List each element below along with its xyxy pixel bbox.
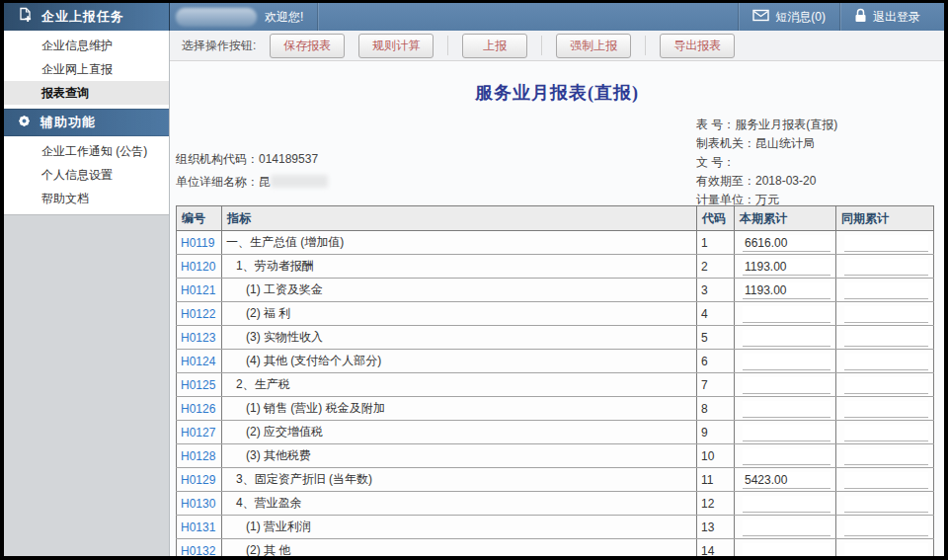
current-period-input[interactable]	[743, 377, 830, 394]
row-indicator: 2、生产税	[222, 373, 697, 397]
sidebar-item-help-docs[interactable]: 帮助文档	[4, 187, 169, 210]
same-period-input[interactable]	[844, 282, 928, 299]
row-indicator: 3、固定资产折旧 (当年数)	[222, 468, 697, 492]
table-row: H0124 (4) 其他 (支付给个人部分) 6	[177, 350, 934, 373]
save-report-button[interactable]: 保存报表	[270, 34, 345, 58]
row-code-link[interactable]: H0127	[181, 426, 215, 440]
current-period-input[interactable]	[743, 235, 830, 252]
app-window: 企业上报任务 欢迎您! 短消息(0)	[4, 3, 944, 556]
toolbar-divider	[447, 36, 448, 55]
row-code-link[interactable]: H0120	[181, 260, 215, 274]
row-seq: 9	[697, 421, 735, 444]
row-code-link[interactable]: H0125	[181, 378, 215, 392]
header-seq: 代码	[697, 206, 735, 231]
sidebar-item-work-notice[interactable]: 企业工作通知 (公告)	[4, 139, 169, 163]
same-period-input[interactable]	[844, 306, 928, 323]
current-period-input[interactable]	[743, 520, 830, 536]
row-indicator: 4、营业盈余	[222, 492, 697, 516]
current-period-input[interactable]	[743, 401, 830, 418]
table-row: H0130 4、营业盈余 12	[177, 492, 934, 516]
toolbar-label: 选择操作按钮:	[182, 38, 256, 54]
row-indicator: (2) 应交增值税	[222, 421, 697, 444]
meta-unit-name: 单位详细名称：昆	[176, 171, 328, 194]
sidebar-item-report-query[interactable]: 报表查询	[4, 81, 169, 105]
same-period-input[interactable]	[844, 259, 928, 276]
row-indicator: (3) 其他税费	[222, 444, 697, 468]
current-period-input[interactable]	[743, 354, 830, 370]
same-period-input[interactable]	[844, 235, 928, 252]
current-period-input[interactable]	[743, 448, 830, 465]
row-code-link[interactable]: H0129	[181, 473, 215, 487]
meta-form-number: 表 号：服务业月报表(直报)	[696, 116, 837, 134]
row-code-link[interactable]: H0130	[181, 497, 215, 511]
table-row: H0129 3、固定资产折旧 (当年数) 11	[177, 468, 934, 492]
header-current-period: 本期累计	[735, 206, 836, 231]
logout-label: 退出登录	[873, 9, 920, 26]
row-seq: 4	[697, 302, 735, 326]
row-code-link[interactable]: H0126	[181, 402, 215, 416]
section-title-tasks: 企业上报任务	[41, 8, 124, 26]
table-row: H0123 (3) 实物性收入 5	[177, 326, 934, 350]
lock-icon	[854, 8, 867, 26]
row-indicator: (1) 销售 (营业) 税金及附加	[222, 397, 697, 421]
header-code: 编号	[177, 206, 222, 231]
row-seq: 10	[697, 444, 735, 468]
same-period-input[interactable]	[844, 354, 928, 370]
submit-button[interactable]: 上报	[462, 34, 527, 58]
row-code-link[interactable]: H0132	[181, 544, 215, 557]
current-period-input[interactable]	[743, 543, 830, 557]
table-row: H0119 一、生产总值 (增加值) 1	[177, 231, 934, 255]
same-period-input[interactable]	[844, 401, 928, 418]
row-code-link[interactable]: H0121	[181, 283, 215, 297]
same-period-input[interactable]	[844, 496, 928, 513]
table-row: H0120 1、劳动者报酬 2	[177, 255, 934, 279]
row-code-link[interactable]: H0131	[181, 520, 215, 534]
current-period-input[interactable]	[743, 425, 830, 441]
header-indicator: 指标	[222, 206, 697, 231]
row-code-link[interactable]: H0128	[181, 449, 215, 463]
row-seq: 14	[697, 539, 735, 557]
messages-button[interactable]: 短消息(0)	[739, 3, 839, 31]
envelope-icon	[752, 9, 769, 25]
report-table-body: H0119 一、生产总值 (增加值) 1 H0120 1、劳动者报酬 2 H01…	[177, 231, 934, 557]
same-period-input[interactable]	[844, 377, 928, 394]
export-report-button[interactable]: 导出报表	[660, 34, 735, 58]
same-period-input[interactable]	[844, 448, 928, 465]
current-period-input[interactable]	[743, 259, 830, 276]
current-period-input[interactable]	[743, 282, 830, 299]
row-seq: 3	[697, 279, 735, 302]
sidebar-section-header-aux[interactable]: 辅助功能	[4, 109, 169, 136]
row-code-link[interactable]: H0124	[181, 355, 215, 368]
row-seq: 12	[697, 492, 735, 516]
same-period-input[interactable]	[844, 472, 928, 489]
row-code-link[interactable]: H0122	[181, 307, 215, 321]
same-period-input[interactable]	[844, 520, 928, 536]
sidebar: 企业信息维护 企业网上直报 报表查询 辅助功能 企业工作通知 (公告) 个人信息…	[4, 31, 170, 556]
sidebar-filler	[4, 214, 169, 556]
same-period-input[interactable]	[844, 330, 928, 347]
row-seq: 1	[697, 231, 735, 255]
current-period-input[interactable]	[743, 330, 830, 347]
topbar-divider	[317, 3, 318, 31]
same-period-input[interactable]	[844, 425, 928, 441]
row-indicator: (1) 工资及奖金	[222, 279, 697, 302]
row-code-link[interactable]: H0123	[181, 331, 215, 345]
toolbar-divider	[541, 36, 542, 55]
report-area: 服务业月报表(直报) 表 号：服务业月报表(直报) 制表机关：昆山统计局 文 号…	[170, 61, 944, 556]
logout-button[interactable]: 退出登录	[840, 3, 934, 31]
row-code-link[interactable]: H0119	[181, 236, 214, 250]
row-indicator: 1、劳动者报酬	[222, 255, 697, 279]
sidebar-item-personal-settings[interactable]: 个人信息设置	[4, 163, 169, 187]
current-period-input[interactable]	[743, 306, 830, 323]
same-period-input[interactable]	[844, 543, 928, 557]
sidebar-section-header-tasks[interactable]: 企业上报任务	[4, 3, 170, 31]
table-row: H0126 (1) 销售 (营业) 税金及附加 8	[177, 397, 934, 421]
rule-calculate-button[interactable]: 规则计算	[358, 34, 434, 58]
current-period-input[interactable]	[743, 472, 830, 489]
sidebar-item-online-report[interactable]: 企业网上直报	[4, 57, 169, 81]
table-row: H0132 (2) 其 他 14	[177, 539, 934, 557]
current-period-input[interactable]	[743, 496, 830, 513]
toolbar-divider	[645, 36, 646, 55]
force-submit-button[interactable]: 强制上报	[556, 34, 631, 58]
sidebar-item-enterprise-info[interactable]: 企业信息维护	[4, 34, 169, 57]
